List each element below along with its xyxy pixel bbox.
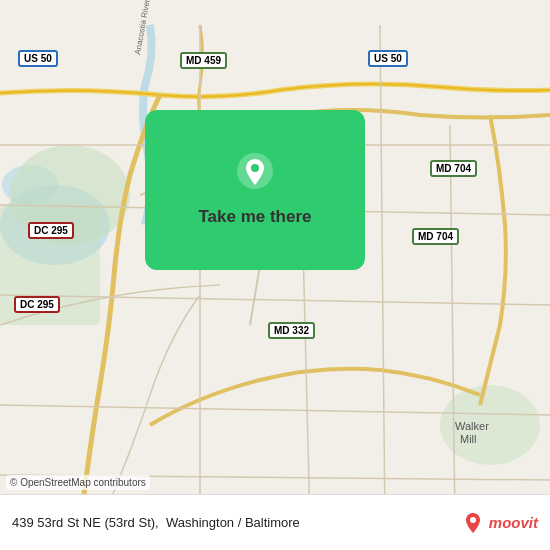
map-container: Walker Mill Anacostia River US 50 US 50 …	[0, 0, 550, 550]
md459-label: MD 459	[180, 52, 227, 69]
location-pin-icon	[233, 149, 277, 193]
map-svg: Walker Mill Anacostia River	[0, 0, 550, 550]
location-card: Take me there	[145, 110, 365, 270]
address-text: 439 53rd St NE (53rd St), Washington / B…	[12, 515, 461, 530]
osm-attribution: © OpenStreetMap contributors	[6, 475, 150, 490]
md704-bot-label: MD 704	[412, 228, 459, 245]
dc295-bot-label: DC 295	[14, 296, 60, 313]
svg-text:Walker: Walker	[455, 420, 489, 432]
svg-point-18	[251, 164, 259, 172]
moovit-text: moovit	[489, 514, 538, 531]
md704-top-label: MD 704	[430, 160, 477, 177]
dc295-top-label: DC 295	[28, 222, 74, 239]
svg-text:Mill: Mill	[460, 433, 477, 445]
svg-line-13	[450, 125, 455, 525]
us50-left-label: US 50	[18, 50, 58, 67]
svg-point-19	[470, 517, 476, 523]
moovit-pin-icon	[461, 511, 485, 535]
svg-line-12	[380, 25, 385, 525]
moovit-logo: moovit	[461, 511, 538, 535]
us50-right-label: US 50	[368, 50, 408, 67]
md332-label: MD 332	[268, 322, 315, 339]
bottom-bar: 439 53rd St NE (53rd St), Washington / B…	[0, 494, 550, 550]
take-me-there-button[interactable]: Take me there	[190, 203, 319, 231]
